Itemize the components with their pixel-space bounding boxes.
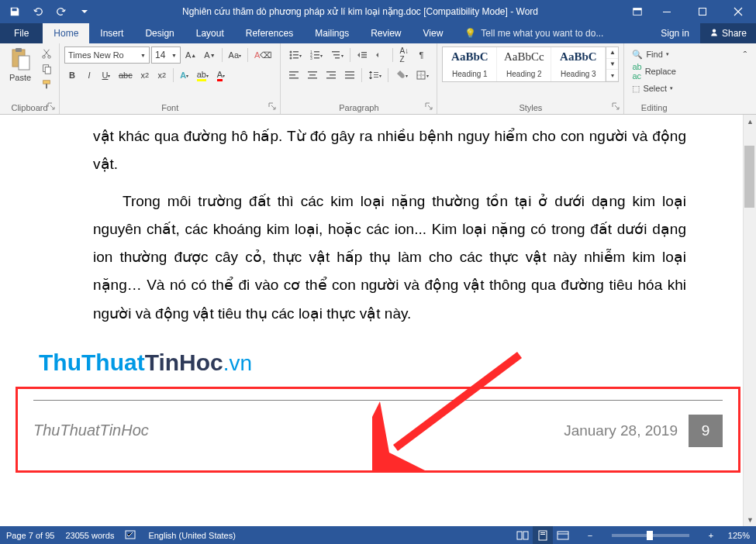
show-marks-button[interactable]: ¶ xyxy=(413,46,429,64)
zoom-slider-handle[interactable] xyxy=(647,531,653,540)
grow-font-button[interactable]: A▲ xyxy=(182,46,199,64)
underline-button[interactable]: U▾ xyxy=(98,67,114,84)
web-layout-button[interactable] xyxy=(553,526,573,544)
change-case-button[interactable]: Aa▾ xyxy=(226,46,244,64)
paragraph-dialog-launcher[interactable] xyxy=(425,102,434,112)
collapse-ribbon-button[interactable]: ˆ xyxy=(737,46,753,64)
font-color-button[interactable]: A▾ xyxy=(213,67,229,84)
paste-label: Paste xyxy=(5,73,36,82)
read-mode-button[interactable] xyxy=(513,526,533,544)
increase-indent-button[interactable] xyxy=(372,46,389,64)
scroll-down-button[interactable]: ▼ xyxy=(744,513,756,526)
tab-layout[interactable]: Layout xyxy=(185,23,235,43)
paragraph-1: vật khác qua đường hô hấp. Từ đó gây ra … xyxy=(93,122,686,178)
group-paragraph: ▾ 123▾ ▾ A↓Z ¶ ▾ ▾ ▾ Par xyxy=(281,43,437,114)
select-button[interactable]: ⬚Select▾ xyxy=(629,81,679,96)
zoom-in-button[interactable]: + xyxy=(705,531,717,540)
tell-me-search[interactable]: 💡 Tell me what you want to do... xyxy=(454,23,603,43)
replace-button[interactable]: abacReplace xyxy=(629,64,679,79)
numbering-button[interactable]: 123▾ xyxy=(306,46,326,64)
cut-button[interactable] xyxy=(39,46,54,60)
zoom-level[interactable]: 125% xyxy=(728,531,750,540)
minimize-button[interactable] xyxy=(649,0,685,23)
tab-view[interactable]: View xyxy=(413,23,454,43)
share-label: Share xyxy=(722,28,747,39)
tab-file[interactable]: File xyxy=(0,23,43,43)
tab-home[interactable]: Home xyxy=(43,23,89,43)
undo-button[interactable] xyxy=(28,2,48,22)
svg-rect-1 xyxy=(633,9,642,11)
shading-button[interactable]: ▾ xyxy=(392,67,411,84)
tab-review[interactable]: Review xyxy=(360,23,412,43)
svg-rect-34 xyxy=(308,77,317,79)
scroll-up-button[interactable]: ▲ xyxy=(744,115,756,128)
share-button[interactable]: Share xyxy=(700,23,756,43)
copy-button[interactable] xyxy=(39,62,54,76)
justify-button[interactable] xyxy=(341,67,358,84)
style-heading-2[interactable]: AaBbCc Heading 2 xyxy=(497,47,551,81)
text-effects-button[interactable]: A▾ xyxy=(177,67,192,84)
style-heading-3[interactable]: AaBbC Heading 3 xyxy=(551,47,606,81)
paragraph-2: Trong môi trường đất thì các kim loại nặ… xyxy=(93,188,686,327)
ribbon-display-options-button[interactable] xyxy=(626,0,649,23)
vertical-scrollbar[interactable]: ▲ ▼ xyxy=(743,115,756,526)
italic-button[interactable]: I xyxy=(81,67,97,84)
zoom-out-button[interactable]: − xyxy=(584,531,596,540)
spelling-status-icon[interactable] xyxy=(125,529,137,542)
align-center-button[interactable] xyxy=(304,67,321,84)
tab-design[interactable]: Design xyxy=(134,23,185,43)
align-left-button[interactable] xyxy=(285,67,302,84)
highlight-button[interactable]: ab▾ xyxy=(194,67,212,84)
print-layout-button[interactable] xyxy=(533,526,553,544)
multilevel-list-button[interactable]: ▾ xyxy=(327,46,347,64)
decrease-indent-button[interactable] xyxy=(354,46,371,64)
bullets-button[interactable]: ▾ xyxy=(285,46,305,64)
view-buttons xyxy=(513,526,573,544)
document-page[interactable]: vật khác qua đường hô hấp. Từ đó gây ra … xyxy=(0,115,756,328)
footer-separator xyxy=(33,400,723,401)
superscript-button[interactable]: x2 xyxy=(154,67,170,84)
redo-button[interactable] xyxy=(51,2,71,22)
save-button[interactable] xyxy=(5,2,25,22)
font-dialog-launcher[interactable] xyxy=(268,102,278,112)
svg-rect-17 xyxy=(293,54,299,56)
format-painter-button[interactable] xyxy=(39,77,54,91)
styles-dialog-launcher[interactable] xyxy=(612,102,621,112)
clear-formatting-button[interactable]: A⌫ xyxy=(251,46,275,64)
bold-button[interactable]: B xyxy=(64,67,80,84)
find-button[interactable]: 🔍Find▾ xyxy=(629,46,679,62)
tab-insert[interactable]: Insert xyxy=(89,23,134,43)
svg-rect-3 xyxy=(699,9,706,15)
style-heading-1[interactable]: AaBbC Heading 1 xyxy=(443,47,497,81)
scroll-thumb[interactable] xyxy=(744,146,754,208)
close-button[interactable] xyxy=(720,0,756,23)
qat-customize-button[interactable] xyxy=(74,2,95,22)
find-icon: 🔍 xyxy=(632,50,643,60)
page-indicator[interactable]: Page 7 of 95 xyxy=(6,531,54,540)
borders-button[interactable]: ▾ xyxy=(413,67,432,84)
subscript-button[interactable]: x2 xyxy=(137,67,153,84)
word-count[interactable]: 23055 words xyxy=(65,531,114,540)
sort-button[interactable]: A↓Z xyxy=(396,46,412,64)
language-indicator[interactable]: English (United States) xyxy=(148,531,236,540)
tab-mailings[interactable]: Mailings xyxy=(304,23,360,43)
styles-scroll-down[interactable]: ▼ xyxy=(606,59,618,71)
maximize-button[interactable] xyxy=(685,0,720,23)
svg-rect-25 xyxy=(314,57,319,59)
font-name-combo[interactable]: Times New Ro▼ xyxy=(64,46,150,64)
line-spacing-button[interactable]: ▾ xyxy=(365,67,385,84)
clipboard-dialog-launcher[interactable] xyxy=(47,102,57,112)
tab-references[interactable]: References xyxy=(235,23,304,43)
sign-in-link[interactable]: Sign in xyxy=(650,23,700,43)
paste-button[interactable]: Paste xyxy=(5,46,36,82)
align-right-button[interactable] xyxy=(323,67,340,84)
zoom-slider[interactable] xyxy=(612,534,689,537)
group-styles: AaBbC Heading 1 AaBbCc Heading 2 AaBbC H… xyxy=(437,43,624,114)
shrink-font-button[interactable]: A▼ xyxy=(201,46,218,64)
styles-expand[interactable]: ▾ xyxy=(606,70,618,81)
styles-scroll-up[interactable]: ▲ xyxy=(606,47,618,59)
group-font: Times New Ro▼ 14▼ A▲ A▼ Aa▾ A⌫ B I U▾ ab… xyxy=(60,43,281,114)
font-size-combo[interactable]: 14▼ xyxy=(151,46,181,64)
svg-rect-31 xyxy=(289,77,299,79)
strikethrough-button[interactable]: abc xyxy=(116,67,136,84)
